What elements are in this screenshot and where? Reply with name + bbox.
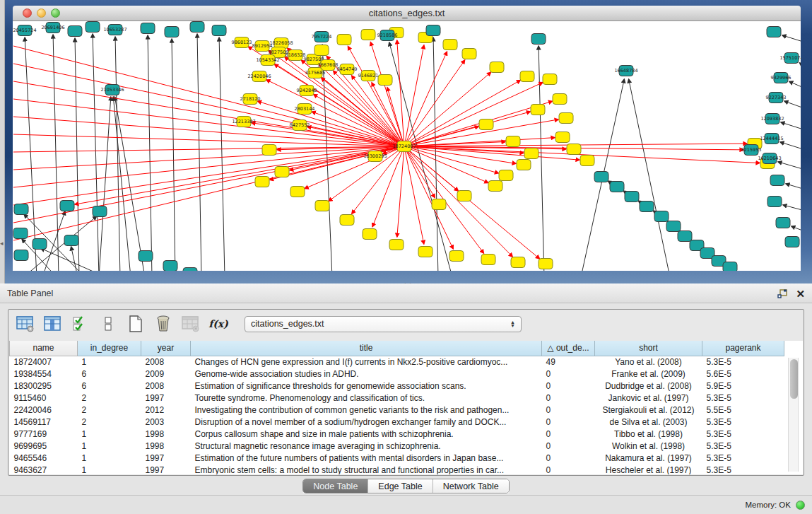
graph-node[interactable]	[559, 113, 573, 124]
table-row[interactable]: 19384554 6 2009 Genome-wide association …	[10, 368, 784, 380]
table-settings-icon[interactable]	[16, 314, 35, 334]
table-row[interactable]: 9465546 1 1997 Estimation of the future …	[10, 452, 784, 464]
cell-out-degree[interactable]: 49	[542, 356, 595, 368]
table-row[interactable]: 18724007 1 2008 Changes of HCN gene expr…	[10, 356, 784, 368]
graph-node[interactable]	[190, 22, 204, 33]
cell-title[interactable]: Embryonic stem cells: a model to study s…	[191, 464, 542, 474]
cell-in-degree[interactable]: 1	[78, 428, 141, 440]
cell-short[interactable]: Franke et al. (2009)	[595, 368, 702, 380]
cell-in-degree[interactable]: 1	[78, 464, 141, 474]
cell-short[interactable]: Nakamura et al. (1997)	[595, 452, 702, 464]
new-column-icon[interactable]	[126, 314, 146, 334]
cell-title[interactable]: Disruption of a novel member of a sodium…	[191, 416, 542, 428]
table-selector-dropdown[interactable]: citations_edges.txt ▲▼	[245, 316, 522, 332]
graph-edge[interactable]	[404, 45, 424, 146]
graph-node[interactable]	[776, 218, 790, 228]
graph-node[interactable]	[432, 199, 446, 210]
cell-name[interactable]: 19384554	[10, 368, 78, 380]
graph-edge[interactable]	[13, 99, 404, 146]
column-header-name[interactable]: name	[10, 341, 78, 356]
graph-node[interactable]	[594, 172, 608, 182]
close-panel-icon[interactable]: ✕	[796, 288, 805, 299]
graph-node[interactable]	[555, 132, 570, 143]
cell-pagerank[interactable]: 5.6E-5	[702, 368, 784, 380]
graph-node[interactable]	[389, 240, 404, 250]
cell-pagerank[interactable]: 5.3E-5	[702, 416, 784, 428]
cell-out-degree[interactable]: 0	[542, 392, 595, 404]
tab-network-table[interactable]: Network Table	[433, 479, 509, 493]
column-header-in-degree[interactable]: in_degree	[78, 341, 141, 356]
cell-year[interactable]: 1997	[141, 452, 191, 464]
graph-node[interactable]	[511, 257, 525, 268]
cell-out-degree[interactable]: 0	[542, 428, 595, 440]
cell-in-degree[interactable]: 2	[78, 392, 141, 404]
graph-edge[interactable]	[389, 42, 452, 271]
cell-short[interactable]: de Silva et al. (2003)	[595, 416, 702, 428]
cell-title[interactable]: Changes of HCN gene expression and I(f) …	[191, 356, 542, 368]
cell-year[interactable]: 1997	[141, 464, 191, 474]
graph-node[interactable]	[363, 229, 377, 240]
cell-out-degree[interactable]: 0	[542, 464, 595, 474]
cell-out-degree[interactable]: 0	[542, 452, 595, 464]
cell-short[interactable]: Yano et al. (2008)	[595, 356, 702, 368]
graph-edge[interactable]	[13, 134, 404, 146]
cell-title[interactable]: Investigating the contribution of common…	[191, 404, 542, 416]
network-graph[interactable]: 1872400798601238912954182260589827509105…	[13, 21, 801, 271]
graph-edge[interactable]	[13, 81, 404, 146]
column-header-pagerank[interactable]: pagerank	[702, 341, 784, 356]
graph-node[interactable]	[163, 261, 177, 271]
graph-node[interactable]	[165, 27, 179, 37]
graph-node[interactable]	[33, 239, 47, 250]
graph-edge[interactable]	[370, 42, 404, 146]
graph-node[interactable]	[315, 201, 329, 211]
table-row[interactable]: 9699695 1 1998 Structural magnetic reson…	[10, 440, 784, 452]
cell-pagerank[interactable]: 5.5E-5	[702, 404, 784, 416]
cell-short[interactable]: Stergiakouli et al. (2012)	[595, 404, 702, 416]
cell-name[interactable]: 18724007	[10, 356, 78, 368]
cell-in-degree[interactable]: 1	[78, 356, 141, 368]
graph-edge[interactable]	[404, 60, 465, 146]
cell-year[interactable]: 2008	[141, 356, 191, 368]
graph-node[interactable]	[539, 259, 553, 269]
graph-edge[interactable]	[352, 76, 404, 146]
graph-node[interactable]	[314, 45, 329, 56]
table-row[interactable]: 9777169 1 1998 Corpus callosum shape and…	[10, 428, 784, 440]
graph-node[interactable]	[767, 27, 781, 37]
graph-node[interactable]	[14, 204, 28, 215]
graph-node[interactable]	[60, 201, 74, 211]
column-header-year[interactable]: year	[141, 341, 191, 356]
splitpane-collapse-icon[interactable]: ◂	[0, 240, 4, 247]
graph-node[interactable]	[262, 145, 276, 156]
graph-edge[interactable]	[115, 37, 120, 271]
cell-pagerank[interactable]: 5.3E-5	[702, 452, 784, 464]
graph-edge[interactable]	[404, 52, 447, 146]
graph-edge[interactable]	[397, 146, 404, 237]
cell-in-degree[interactable]: 2	[78, 404, 141, 416]
graph-node[interactable]	[64, 235, 78, 246]
graph-node[interactable]	[666, 221, 681, 232]
cell-title[interactable]: Estimation of the future numbers of pati…	[191, 452, 542, 464]
column-header-out-degree[interactable]: △ out_de...	[542, 341, 595, 356]
graph-node[interactable]	[275, 167, 289, 177]
graph-node[interactable]	[654, 211, 669, 222]
cell-year[interactable]: 1998	[141, 440, 191, 452]
cell-name[interactable]: 9463627	[10, 464, 78, 474]
graph-node[interactable]	[481, 255, 495, 265]
cell-in-degree[interactable]: 1	[78, 440, 141, 452]
graph-node[interactable]	[499, 170, 513, 181]
cell-year[interactable]: 2008	[141, 380, 191, 392]
cell-name[interactable]: 18300295	[10, 380, 78, 392]
graph-node[interactable]	[488, 181, 502, 192]
graph-edge[interactable]	[404, 101, 552, 146]
graph-edge[interactable]	[197, 34, 201, 271]
graph-node[interactable]	[506, 136, 520, 147]
column-header-title[interactable]: title	[191, 341, 542, 356]
graph-node[interactable]	[418, 247, 433, 257]
cell-out-degree[interactable]: 0	[542, 368, 595, 380]
graph-node[interactable]	[767, 197, 782, 207]
float-panel-icon[interactable]	[777, 289, 787, 298]
cell-name[interactable]: 9465546	[10, 452, 78, 464]
graph-node[interactable]	[490, 62, 504, 73]
graph-edge[interactable]	[780, 142, 801, 151]
graph-edge[interactable]	[404, 83, 543, 146]
